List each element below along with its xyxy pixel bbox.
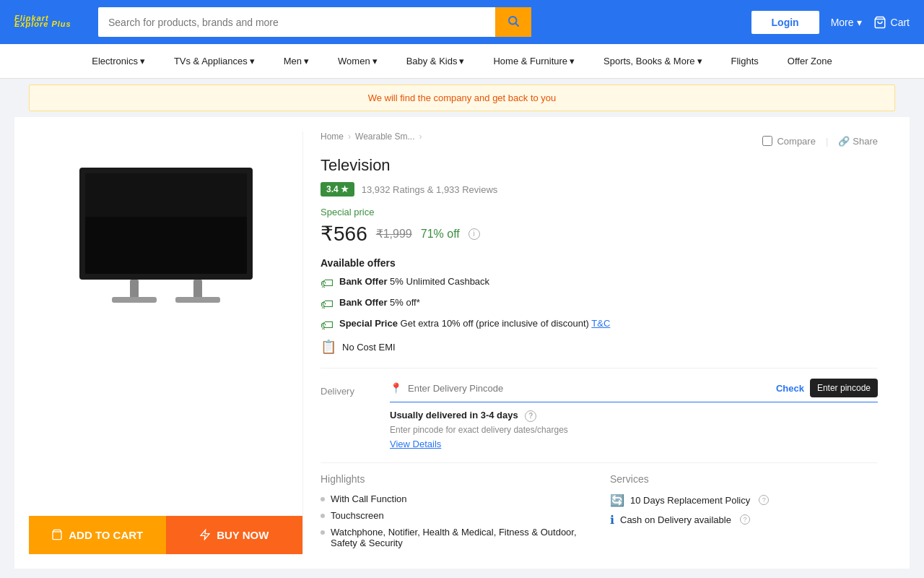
service-help-icon-2[interactable]: ? xyxy=(740,514,750,525)
compare-checkbox[interactable] xyxy=(762,136,772,146)
offers-title: Available offers xyxy=(321,257,878,269)
buy-now-button[interactable]: BUY NOW xyxy=(166,516,303,554)
offer-item-3: 🏷 Special Price Get extra 10% off (price… xyxy=(321,318,878,333)
product-image xyxy=(65,146,267,319)
nav-item-offer-zone[interactable]: Offer Zone xyxy=(785,44,835,78)
pincode-tooltip: Enter pincode xyxy=(810,379,878,397)
tag-icon-1: 🏷 xyxy=(321,276,334,291)
more-button[interactable]: More ▾ xyxy=(831,17,862,28)
delivery-section: Delivery 📍 Check Enter pincode Usually d… xyxy=(321,368,878,449)
check-button[interactable]: Check xyxy=(776,383,804,394)
offer-text-1: 5% Unlimited Cashback xyxy=(390,276,489,287)
bullet-icon-3 xyxy=(321,530,325,535)
logo: Flipkart Explore Plus xyxy=(14,17,87,28)
notice-text: We will find the company and get back to… xyxy=(368,92,557,103)
tag-icon-2: 🏷 xyxy=(321,297,334,312)
cart-icon xyxy=(51,529,63,540)
pincode-row: 📍 Check Enter pincode xyxy=(390,379,878,402)
service-help-icon-1[interactable]: ? xyxy=(759,495,769,505)
service-text-2: Cash on Delivery available xyxy=(620,514,731,525)
notice-banner: We will find the company and get back to… xyxy=(29,85,895,111)
chevron-down-icon: ▾ xyxy=(372,56,378,66)
top-right-actions: Login More ▾ Cart xyxy=(751,11,910,34)
logo-tagline: Explore Plus xyxy=(14,20,87,28)
nav-item-home[interactable]: Home & Furniture ▾ xyxy=(490,44,578,78)
nav-item-baby[interactable]: Baby & Kids ▾ xyxy=(404,44,468,78)
highlight-text-3: Watchphone, Notifier, Health & Medical, … xyxy=(331,527,588,548)
price-row: ₹566 ₹1,999 71% off i xyxy=(321,222,878,246)
search-button[interactable] xyxy=(495,7,531,37)
delivery-info-icon[interactable]: ? xyxy=(525,410,536,422)
breadcrumb-separator: › xyxy=(348,131,351,142)
service-item-1: 🔄 10 Days Replacement Policy ? xyxy=(610,493,878,507)
bullet-icon-1 xyxy=(321,497,325,501)
nav-item-electronics[interactable]: Electronics ▾ xyxy=(89,44,148,78)
offer-label-2: Bank Offer xyxy=(339,297,387,308)
svg-rect-8 xyxy=(112,297,157,303)
pincode-input[interactable] xyxy=(408,383,770,394)
view-details-link[interactable]: View Details xyxy=(390,439,441,449)
nav-item-men[interactable]: Men ▾ xyxy=(281,44,312,78)
search-box xyxy=(98,7,531,37)
nav-bar: Electronics ▾ TVs & Appliances ▾ Men ▾ W… xyxy=(0,44,924,79)
svg-point-0 xyxy=(509,17,517,25)
product-details: Home › Wearable Sm... › Compare | 🔗 Shar… xyxy=(303,131,895,554)
flash-icon xyxy=(199,529,211,540)
services-title: Services xyxy=(610,473,878,485)
add-to-cart-button[interactable]: ADD TO CART xyxy=(29,516,166,554)
offers-section: Available offers 🏷 Bank Offer 5% Unlimit… xyxy=(321,257,878,355)
top-bar: Flipkart Explore Plus Login More ▾ Cart xyxy=(0,0,924,44)
share-label: Share xyxy=(853,136,878,147)
nav-item-flights[interactable]: Flights xyxy=(728,44,762,78)
offer-text-3: Get extra 10% off (price inclusive of di… xyxy=(401,318,589,329)
cash-icon: ℹ xyxy=(610,513,614,527)
compare-label: Compare xyxy=(777,136,815,147)
highlight-item-3: Watchphone, Notifier, Health & Medical, … xyxy=(321,527,588,548)
highlight-text-2: Touchscreen xyxy=(331,510,384,521)
service-item-2: ℹ Cash on Delivery available ? xyxy=(610,513,878,527)
chevron-down-icon: ▾ xyxy=(459,56,464,66)
svg-marker-11 xyxy=(201,530,209,539)
compare-section: Compare | 🔗 Share xyxy=(762,136,878,147)
star-icon: ★ xyxy=(341,184,349,194)
refresh-icon: 🔄 xyxy=(610,493,624,507)
tc-link[interactable]: T&C xyxy=(591,318,610,329)
breadcrumb-category[interactable]: Wearable Sm... xyxy=(355,131,414,142)
chevron-down-icon: ▾ xyxy=(140,56,145,66)
nav-item-sports[interactable]: Sports, Books & More ▾ xyxy=(601,44,705,78)
discount-text: 71% off xyxy=(421,228,460,241)
delivery-days: Usually delivered in 3-4 days ? xyxy=(390,410,878,422)
chevron-down-icon: ▾ xyxy=(697,56,702,66)
delivery-label: Delivery xyxy=(321,379,378,397)
nav-item-tvs[interactable]: TVs & Appliances ▾ xyxy=(171,44,258,78)
offer-label-3: Special Price xyxy=(339,318,398,329)
breadcrumb-bar: Home › Wearable Sm... › Compare | 🔗 Shar… xyxy=(321,131,878,150)
login-button[interactable]: Login xyxy=(751,11,819,34)
highlights-title: Highlights xyxy=(321,473,588,485)
service-text-1: 10 Days Replacement Policy xyxy=(630,495,750,506)
svg-rect-7 xyxy=(193,280,202,300)
svg-line-1 xyxy=(515,23,518,26)
current-price: ₹566 xyxy=(321,222,367,246)
info-icon[interactable]: i xyxy=(468,228,480,240)
offer-label-1: Bank Offer xyxy=(339,276,387,287)
delivery-sub: Enter pincode for exact delivery dates/c… xyxy=(390,425,878,435)
share-section[interactable]: 🔗 Share xyxy=(838,136,878,147)
location-icon: 📍 xyxy=(390,382,402,394)
chevron-down-icon: ▾ xyxy=(570,56,575,66)
search-input[interactable] xyxy=(98,9,495,35)
rating-count: 13,932 Ratings & 1,933 Reviews xyxy=(362,184,498,195)
offer-item-1: 🏷 Bank Offer 5% Unlimited Cashback xyxy=(321,276,878,291)
nav-item-women[interactable]: Women ▾ xyxy=(335,44,380,78)
svg-rect-6 xyxy=(130,280,139,300)
bullet-icon-2 xyxy=(321,514,325,518)
chevron-down-icon: ▾ xyxy=(857,17,862,28)
product-image-section: ADD TO CART BUY NOW xyxy=(29,131,303,554)
product-title: Television xyxy=(321,156,878,175)
highlight-item-2: Touchscreen xyxy=(321,510,588,521)
main-content: ADD TO CART BUY NOW Home › Wearable Sm..… xyxy=(14,117,910,569)
breadcrumb-home[interactable]: Home xyxy=(321,131,344,142)
highlights-column: Highlights With Call Function Touchscree… xyxy=(321,473,588,554)
cart-button[interactable]: Cart xyxy=(873,16,910,29)
emi-label: No Cost EMI xyxy=(342,342,396,353)
